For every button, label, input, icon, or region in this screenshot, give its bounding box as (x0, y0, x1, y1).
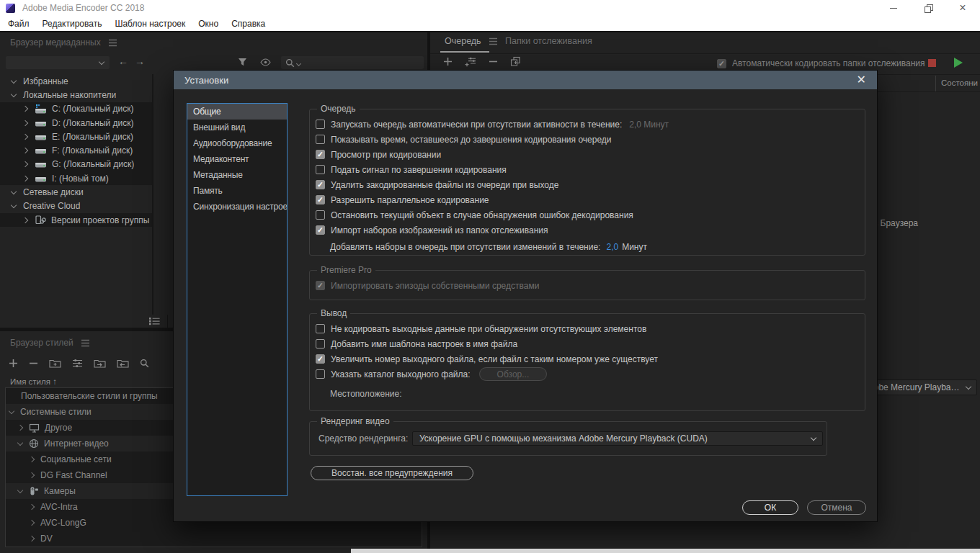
chevron-down-icon[interactable] (9, 408, 14, 414)
media-tree-item[interactable]: Версии проектов группы (0, 213, 152, 227)
checkbox[interactable]: ✓ (316, 281, 325, 290)
panel-menu-icon[interactable] (81, 339, 90, 347)
checkbox-row[interactable]: Указать каталог выходного файла:Обзор... (316, 367, 859, 382)
status-column-header[interactable]: Состояни (941, 78, 978, 87)
checkbox-row[interactable]: Не кодировать выходные данные при обнару… (316, 321, 859, 336)
checkbox[interactable] (316, 339, 325, 349)
menu-item[interactable]: Редактировать (36, 19, 109, 29)
menu-item[interactable]: Шаблон настроек (108, 19, 192, 29)
checkbox-row[interactable]: Показывать время, оставшееся до завершен… (316, 132, 859, 147)
checkbox[interactable]: ✓ (316, 150, 325, 159)
media-browser-header[interactable]: Браузер медиаданных (10, 37, 117, 48)
chevron-right-icon[interactable] (22, 148, 28, 153)
chevron-down-icon[interactable] (11, 189, 17, 194)
panel-menu-icon[interactable] (489, 37, 498, 45)
checkbox[interactable] (316, 369, 325, 379)
media-tree-item[interactable]: G: (Локальный диск) (0, 158, 152, 171)
tab-queue[interactable]: Очередь (445, 36, 498, 46)
checkbox[interactable] (316, 120, 325, 129)
checkbox-row[interactable]: ✓Разрешить параллельное кодирование (316, 192, 859, 207)
checkbox-row[interactable]: ✓Увеличить номер выходного файла, если ф… (316, 351, 859, 367)
list-view-icon[interactable] (148, 317, 161, 325)
add-output-button[interactable] (465, 57, 476, 67)
preset-browser-header[interactable]: Браузер стилей (10, 338, 90, 348)
chevron-down-icon[interactable] (11, 202, 17, 208)
category-item[interactable]: Аудиооборудование (187, 135, 287, 151)
stop-queue-button[interactable] (928, 59, 936, 67)
chevron-right-icon[interactable] (22, 134, 28, 140)
media-tree-item[interactable]: E: (Локальный диск) (0, 130, 152, 143)
close-button[interactable]: × (945, 0, 980, 16)
preset-list-item[interactable]: DV (6, 531, 422, 547)
column-divider[interactable] (935, 76, 936, 91)
checkbox-row[interactable]: Добавить имя шаблона настроек в имя файл… (316, 336, 859, 351)
checkbox[interactable] (316, 324, 325, 333)
chevron-right-icon[interactable] (29, 520, 35, 526)
cancel-button[interactable]: Отмена (807, 500, 866, 515)
media-tree-item[interactable]: Creative Cloud (0, 199, 152, 213)
checkbox[interactable]: ✓ (316, 354, 325, 364)
delay-value[interactable]: 2,0 (606, 242, 618, 252)
media-tree-item[interactable]: Сетевые диски (0, 185, 152, 199)
auto-encode-checkbox[interactable]: ✓ (717, 59, 726, 68)
checkbox-row[interactable]: Подать сигнал по завершении кодирования (316, 162, 859, 177)
search-icon[interactable] (140, 359, 149, 368)
checkbox[interactable] (316, 210, 325, 220)
category-item[interactable]: Память (187, 183, 287, 199)
checkbox[interactable]: ✓ (316, 225, 325, 235)
checkbox-row[interactable]: Остановить текущий объект в случае обнар… (316, 207, 859, 222)
export-icon[interactable] (117, 359, 129, 368)
category-item[interactable]: Синхронизация настроек (187, 199, 287, 215)
reset-warnings-button[interactable]: Восстан. все предупреждения (311, 466, 473, 480)
checkbox-row[interactable]: ✓Импортировать эпизоды собственными сред… (316, 278, 859, 293)
chevron-right-icon[interactable] (29, 472, 35, 478)
checkbox-row[interactable]: Запускать очередь автоматически при отсу… (316, 117, 859, 132)
import-icon[interactable] (94, 359, 106, 368)
restore-button[interactable] (911, 0, 945, 16)
checkbox-row[interactable]: ✓Удалить закодированные файлы из очереди… (316, 177, 859, 192)
filter-icon[interactable] (238, 58, 247, 67)
chevron-right-icon[interactable] (17, 425, 23, 431)
media-tree-item[interactable]: Локальные накопители (0, 88, 152, 102)
tab-watch-folders[interactable]: Папки отслеживания (505, 36, 592, 46)
media-tree-item[interactable]: D: (Локальный диск) (0, 116, 152, 130)
dialog-titlebar[interactable]: Установки ✕ (174, 71, 877, 89)
location-dropdown[interactable] (6, 56, 110, 69)
dialog-close-icon[interactable]: ✕ (857, 74, 866, 86)
panel-divider[interactable] (152, 74, 153, 315)
back-button[interactable]: ← (118, 55, 128, 67)
forward-button[interactable]: → (135, 55, 145, 67)
minimize-button[interactable] (876, 0, 911, 16)
category-item[interactable]: Медиаконтент (187, 151, 287, 167)
add-icon[interactable] (9, 359, 18, 368)
checkbox[interactable] (316, 165, 325, 174)
chevron-down-icon[interactable] (17, 487, 23, 493)
checkbox-row[interactable]: ✓Просмотр при кодировании (316, 147, 859, 162)
panel-menu-icon[interactable] (108, 39, 117, 47)
chevron-right-icon[interactable] (29, 457, 35, 462)
new-group-icon[interactable] (49, 359, 61, 368)
media-tree-item[interactable]: C: (Локальный диск) (0, 102, 152, 116)
ok-button[interactable]: ОК (742, 500, 798, 515)
chevron-right-icon[interactable] (22, 217, 28, 222)
duplicate-button[interactable] (510, 56, 521, 67)
chevron-right-icon[interactable] (22, 120, 28, 125)
settings-icon[interactable] (72, 359, 83, 368)
chevron-right-icon[interactable] (22, 175, 28, 181)
chevron-right-icon[interactable] (29, 504, 35, 510)
renderer-dropdown[interactable]: Ускорение GPU с помощью механизма Adobe … (412, 431, 823, 446)
checkbox-row[interactable]: ✓Импорт наборов изображений из папок отс… (316, 222, 859, 238)
checkbox[interactable]: ✓ (316, 195, 325, 204)
remove-button[interactable] (489, 57, 498, 66)
chevron-down-icon[interactable] (11, 77, 17, 83)
menu-item[interactable]: Файл (1, 19, 36, 29)
view-options-eye-icon[interactable] (260, 58, 271, 66)
auto-encode-row[interactable]: ✓ Автоматически кодировать папки отслежи… (717, 58, 925, 68)
menu-item[interactable]: Окно (192, 19, 225, 29)
media-tree-item[interactable]: Избранные (0, 74, 152, 88)
chevron-down-icon[interactable] (11, 91, 17, 97)
chevron-right-icon[interactable] (29, 536, 35, 541)
menu-item[interactable]: Справка (225, 19, 272, 29)
remove-icon[interactable] (29, 359, 38, 368)
media-tree-item[interactable]: I: (Новый том) (0, 171, 152, 185)
